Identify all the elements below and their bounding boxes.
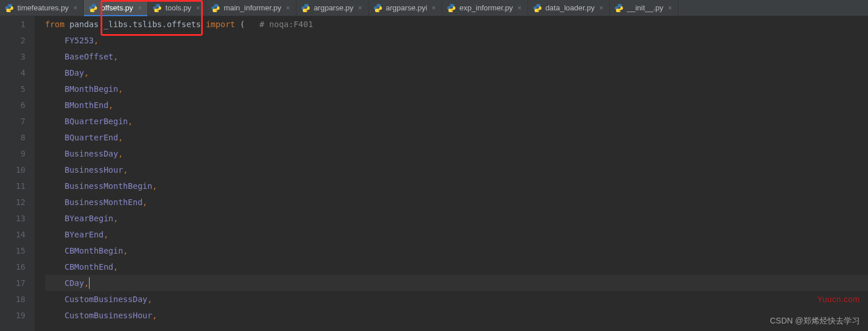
code-line: BQuarterEnd, — [45, 129, 868, 146]
tab-main_informer-py[interactable]: main_informer.py× — [206, 0, 296, 16]
identifier: BYearBegin — [65, 214, 113, 223]
tab-argparse-py[interactable]: argparse.py× — [296, 0, 369, 16]
tab-label: timefeatures.py — [17, 3, 69, 12]
comma: , — [152, 311, 157, 320]
line-number: 8 — [0, 129, 25, 146]
close-icon[interactable]: × — [136, 4, 143, 12]
line-number: 17 — [0, 275, 25, 291]
editor: 12345678910111213141516171819 from panda… — [0, 16, 868, 331]
close-icon[interactable]: × — [195, 4, 201, 12]
comma: , — [113, 262, 118, 272]
close-icon[interactable]: × — [285, 4, 291, 12]
python-file-icon — [301, 3, 310, 13]
identifier: FY5253 — [65, 36, 94, 45]
identifier: BQuarterEnd — [65, 133, 118, 142]
comma: , — [118, 149, 123, 158]
comma: , — [84, 278, 88, 288]
close-icon[interactable]: × — [517, 4, 523, 12]
tab-exp_informer-py[interactable]: exp_informer.py× — [442, 0, 528, 16]
line-number: 18 — [0, 291, 25, 307]
identifier: BusinessMonthEnd — [65, 198, 143, 207]
comma: , — [147, 295, 152, 304]
gutter: 12345678910111213141516171819 — [0, 16, 35, 331]
code-line: BusinessMonthEnd, — [45, 194, 868, 210]
code-line: CDay, — [45, 275, 868, 291]
tab-__init__-py[interactable]: __init__.py× — [610, 0, 678, 16]
comma: , — [123, 246, 128, 255]
identifier: CBMonthEnd — [65, 262, 113, 272]
python-file-icon — [88, 3, 98, 13]
watermark-csdn: CSDN @郑烯烃快去学习 — [770, 316, 860, 326]
code-line: BQuarterBegin, — [45, 113, 868, 129]
code-line: CBMonthBegin, — [45, 243, 868, 259]
tab-timefeatures-py[interactable]: timefeatures.py× — [0, 0, 84, 16]
tab-label: __init__.py — [627, 3, 663, 12]
code-line: CustomBusinessDay, — [45, 291, 868, 307]
comma: , — [118, 133, 123, 142]
line-number: 14 — [0, 226, 25, 243]
line-number: 9 — [0, 146, 25, 162]
code-line: FY5253, — [45, 32, 868, 49]
line-number: 12 — [0, 194, 25, 210]
close-icon[interactable]: × — [72, 4, 79, 12]
line-number: 10 — [0, 162, 25, 178]
code-area[interactable]: from pandas._libs.tslibs.offsets import … — [35, 16, 868, 331]
python-file-icon — [373, 3, 383, 13]
tab-argparse-pyi[interactable]: argparse.pyi× — [369, 0, 443, 16]
identifier: CDay — [65, 278, 84, 288]
python-file-icon — [533, 3, 542, 13]
module-path: pandas._libs.tslibs.offsets — [69, 20, 201, 29]
comment: # noqa:F401 — [259, 20, 313, 29]
tab-label: offsets.py — [101, 3, 133, 12]
line-number: 19 — [0, 307, 25, 323]
keyword-from: from — [45, 20, 65, 29]
code-line: BYearEnd, — [45, 226, 868, 243]
tab-label: main_informer.py — [224, 3, 281, 12]
line-number: 5 — [0, 81, 25, 97]
comma: , — [118, 84, 123, 94]
code-line: CustomBusinessHour, — [45, 307, 868, 323]
tab-label: argparse.py — [314, 3, 354, 12]
comma: , — [113, 52, 118, 61]
identifier: BQuarterBegin — [65, 117, 128, 126]
tab-label: tools.py — [165, 3, 191, 12]
comma: , — [128, 117, 132, 126]
tab-tools-py[interactable]: tools.py× — [148, 0, 206, 16]
identifier: BusinessHour — [65, 165, 123, 174]
line-number: 3 — [0, 49, 25, 65]
python-file-icon — [447, 3, 456, 13]
line-number: 4 — [0, 65, 25, 81]
tab-label: argparse.pyi — [386, 3, 428, 12]
code-line: BusinessMonthBegin, — [45, 178, 868, 194]
close-icon[interactable]: × — [357, 4, 363, 12]
tab-data_loader-py[interactable]: data_loader.py× — [528, 0, 610, 16]
line-number: 1 — [0, 16, 25, 32]
comma: , — [123, 165, 128, 174]
tab-bar: timefeatures.py×offsets.py×tools.py×main… — [0, 0, 868, 16]
python-file-icon — [153, 3, 162, 13]
tab-offsets-py[interactable]: offsets.py× — [84, 0, 148, 16]
identifier: BusinessMonthBegin — [65, 181, 153, 191]
code-line: BDay, — [45, 65, 868, 81]
identifier: BMonthEnd — [65, 101, 109, 110]
comma: , — [113, 214, 118, 223]
identifier: BaseOffset — [65, 52, 113, 61]
comma: , — [103, 230, 108, 239]
identifier: BMonthBegin — [65, 84, 118, 94]
identifier: BYearEnd — [65, 230, 103, 239]
line-number: 6 — [0, 97, 25, 113]
python-file-icon — [211, 3, 220, 13]
identifier: BDay — [65, 68, 84, 77]
identifier: CBMonthBegin — [65, 246, 123, 255]
line-number: 15 — [0, 243, 25, 259]
close-icon[interactable]: × — [431, 4, 437, 12]
keyword-import: import — [206, 20, 235, 29]
close-icon[interactable]: × — [598, 4, 604, 12]
code-line: CBMonthEnd, — [45, 259, 868, 275]
comma: , — [84, 68, 88, 77]
code-line-import: from pandas._libs.tslibs.offsets import … — [45, 16, 868, 32]
watermark-yuucn: Yuucn.com — [817, 295, 860, 304]
line-number: 16 — [0, 259, 25, 275]
close-icon[interactable]: × — [667, 4, 673, 12]
code-line: BusinessDay, — [45, 146, 868, 162]
